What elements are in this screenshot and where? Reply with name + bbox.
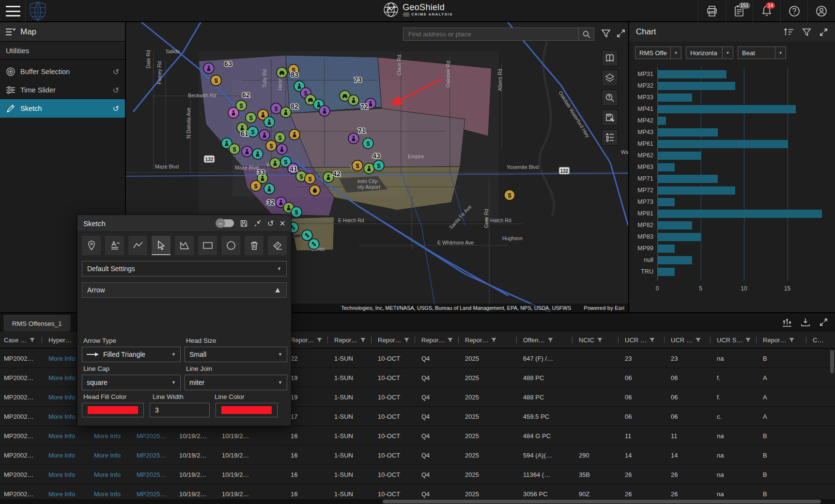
sidebar-item-buffer-selection[interactable]: Buffer Selection ↺ (0, 62, 125, 81)
crime-marker[interactable]: $ (250, 181, 261, 191)
column-filter-icon[interactable] (597, 337, 603, 343)
column-filter-icon[interactable] (491, 337, 496, 343)
crime-marker[interactable] (259, 130, 270, 140)
crime-marker[interactable] (302, 230, 312, 241)
table-expand-icon[interactable] (819, 318, 828, 327)
sidebar-item-time-slider[interactable]: Time Slider ↺ (0, 81, 125, 99)
help-button[interactable] (780, 0, 808, 22)
chart-bar[interactable] (657, 128, 718, 137)
table-row[interactable]: MP2002…More InfoMore InfoMP2025…10/19/2…… (0, 426, 835, 445)
map-expand-icon[interactable] (616, 29, 626, 38)
arrow-type-select[interactable]: Filled Triangle▼ (82, 347, 181, 362)
save-button[interactable] (602, 109, 618, 126)
chart-layer-select[interactable]: RMS Offe▼ (635, 46, 681, 59)
table-cell-link[interactable]: MP2025… (137, 445, 177, 465)
crime-marker[interactable] (242, 146, 252, 157)
chart-expand-icon[interactable] (819, 28, 828, 37)
crime-marker[interactable] (309, 239, 319, 249)
sidebar-item-sketch[interactable]: Sketch ↺ (0, 99, 125, 118)
save-sketch-icon[interactable] (240, 219, 248, 228)
line-width-input[interactable] (150, 403, 210, 417)
search-input[interactable] (403, 28, 578, 40)
sort-icon[interactable] (784, 28, 794, 36)
search-icon[interactable] (578, 28, 594, 40)
chart-bar[interactable] (657, 82, 735, 90)
table-row[interactable]: MP2002…More InfoMore InfoMP2025…10/19/2…… (0, 445, 835, 465)
download-icon[interactable] (801, 318, 810, 327)
horizontal-scrollbar-thumb[interactable] (383, 500, 821, 504)
undo-icon[interactable]: ↺ (267, 219, 274, 228)
crime-marker[interactable]: $ (266, 140, 277, 151)
vertical-scrollbar[interactable] (830, 350, 834, 373)
crime-marker[interactable] (309, 185, 320, 196)
column-header[interactable]: UCR S… (717, 331, 760, 349)
layers-button[interactable] (602, 70, 618, 86)
table-cell-link[interactable]: More Info (48, 426, 92, 445)
chart-bar[interactable] (657, 210, 822, 218)
column-header[interactable]: Repor… (378, 331, 419, 349)
crime-marker[interactable]: $ (211, 75, 221, 86)
crime-marker[interactable]: $ (246, 112, 256, 123)
crime-marker[interactable] (264, 183, 275, 194)
crime-marker[interactable]: $ (229, 144, 240, 154)
crime-marker[interactable] (323, 172, 334, 183)
chart-bar[interactable] (657, 105, 796, 113)
chart-bar[interactable] (657, 221, 692, 229)
polygon-tool-button[interactable] (175, 236, 194, 255)
head-size-select[interactable]: Small▼ (185, 347, 287, 362)
crime-marker[interactable]: $ (275, 132, 285, 143)
column-header[interactable]: Repor… (291, 331, 332, 349)
table-tab[interactable]: RMS Offenses_1 (4, 315, 70, 331)
chart-filter-icon[interactable] (802, 28, 811, 37)
column-header[interactable]: UCR … (671, 331, 714, 349)
panel-list-icon[interactable] (6, 28, 15, 36)
chart-bar[interactable] (657, 93, 692, 102)
agency-shield-logo[interactable] (28, 1, 47, 21)
table-cell-link[interactable]: MP2025… (137, 426, 177, 445)
print-button[interactable] (698, 0, 726, 22)
chart-bar[interactable] (657, 140, 788, 148)
column-header[interactable]: Offen… (523, 331, 576, 349)
column-filter-icon[interactable] (317, 337, 322, 343)
text-tool-button[interactable] (105, 236, 124, 255)
column-filter-icon[interactable] (649, 337, 655, 343)
chart-bar[interactable] (657, 268, 675, 276)
chart-bar[interactable] (657, 198, 675, 206)
column-header[interactable]: C… (813, 331, 834, 349)
column-filter-icon[interactable] (745, 337, 751, 343)
crime-marker[interactable] (270, 158, 280, 168)
column-header[interactable]: Repor… (763, 331, 806, 349)
chart-bar[interactable] (657, 70, 727, 78)
table-cell-link[interactable]: More Info (94, 445, 135, 465)
crime-marker[interactable]: $ (291, 207, 302, 217)
reset-icon[interactable]: ↺ (113, 86, 119, 95)
chart-bar[interactable] (657, 175, 718, 183)
point-tool-button[interactable] (82, 236, 101, 255)
crime-marker[interactable]: $ (305, 173, 315, 184)
collapse-icon[interactable] (254, 219, 262, 227)
chart-bar[interactable] (657, 186, 735, 195)
bar-chart[interactable]: 051015MP31MP32MP33MP41MP42MP43MP61MP62MP… (629, 68, 835, 277)
column-filter-icon[interactable] (404, 337, 409, 343)
table-cell-link[interactable]: More Info (94, 465, 135, 484)
column-filter-icon[interactable] (448, 337, 453, 343)
crime-marker[interactable] (252, 149, 263, 159)
select-tool-button[interactable] (152, 236, 170, 255)
column-filter-icon[interactable] (548, 337, 553, 343)
column-header[interactable]: Repor… (334, 331, 376, 349)
reset-icon[interactable]: ↺ (113, 104, 119, 113)
column-filter-icon[interactable] (30, 337, 35, 343)
sketch-toggle[interactable]: – (216, 219, 234, 227)
reset-icon[interactable]: ↺ (113, 67, 119, 76)
column-header[interactable]: Repor… (465, 331, 507, 349)
crime-marker[interactable]: $ (271, 103, 281, 114)
head-fill-color-swatch[interactable] (82, 403, 144, 417)
crime-marker[interactable] (277, 67, 287, 78)
delete-tool-button[interactable] (245, 236, 263, 255)
horizontal-scrollbar-track[interactable] (0, 499, 835, 504)
crime-marker[interactable]: $ (247, 126, 258, 137)
table-cell-link[interactable]: More Info (48, 445, 92, 465)
chart-type-select[interactable]: Horizonta▼ (686, 46, 733, 59)
crime-marker[interactable]: $ (363, 138, 373, 149)
crime-marker[interactable] (348, 133, 359, 144)
